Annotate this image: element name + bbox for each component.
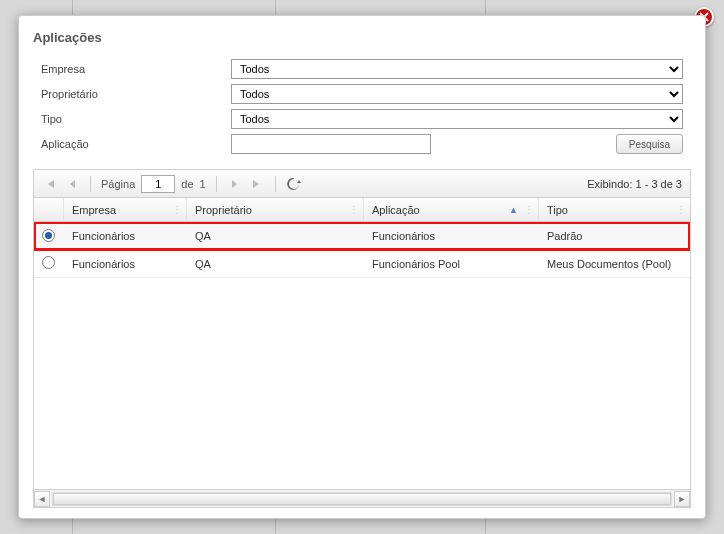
total-pages: 1	[200, 178, 206, 190]
row-radio[interactable]	[34, 256, 64, 271]
header-select	[34, 198, 64, 221]
scroll-track[interactable]	[52, 492, 672, 506]
empresa-label: Empresa	[41, 63, 231, 75]
cell-aplicacao: Funcionários	[364, 230, 539, 242]
tipo-select[interactable]: Todos	[231, 109, 683, 129]
proprietario-select[interactable]: Todos	[231, 84, 683, 104]
cell-proprietario: QA	[187, 230, 364, 242]
proprietario-label: Proprietário	[41, 88, 231, 100]
tipo-label: Tipo	[41, 113, 231, 125]
page-label: Página	[101, 178, 135, 190]
empresa-select[interactable]: Todos	[231, 59, 683, 79]
sort-grip-icon: ⋮	[676, 204, 686, 215]
cell-tipo: Meus Documentos (Pool)	[539, 258, 690, 270]
of-label: de	[181, 178, 193, 190]
first-page-icon[interactable]	[42, 176, 58, 192]
header-empresa[interactable]: Empresa⋮	[64, 198, 187, 221]
sort-grip-icon: ⋮	[349, 204, 359, 215]
column-headers: Empresa⋮ Proprietário⋮ Aplicação▲⋮ Tipo⋮	[34, 198, 690, 222]
aplicacao-label: Aplicação	[41, 138, 231, 150]
last-page-icon[interactable]	[249, 176, 265, 192]
sort-asc-icon: ▲	[509, 205, 518, 215]
cell-aplicacao: Funcionários Pool	[364, 258, 539, 270]
cell-proprietario: QA	[187, 258, 364, 270]
row-radio[interactable]	[34, 229, 64, 242]
applications-dialog: Aplicações Empresa Todos Proprietário To…	[18, 15, 706, 519]
refresh-icon[interactable]	[286, 176, 302, 192]
next-page-icon[interactable]	[227, 176, 243, 192]
header-aplicacao[interactable]: Aplicação▲⋮	[364, 198, 539, 221]
grid-toolbar: Página de 1 Exibindo: 1 - 3 de 3	[34, 170, 690, 198]
table-row[interactable]: FuncionáriosQAFuncionários PoolMeus Docu…	[34, 250, 690, 278]
header-proprietario[interactable]: Proprietário⋮	[187, 198, 364, 221]
horizontal-scrollbar[interactable]: ◄ ►	[34, 489, 690, 507]
dialog-title: Aplicações	[33, 30, 691, 45]
sort-grip-icon: ⋮	[524, 204, 534, 215]
grid-rows: FuncionáriosQAFuncionáriosPadrãoFuncioná…	[34, 222, 690, 489]
cell-tipo: Padrão	[539, 230, 690, 242]
aplicacao-input[interactable]	[231, 134, 431, 154]
filters-panel: Empresa Todos Proprietário Todos Tipo To…	[41, 59, 683, 159]
search-button[interactable]: Pesquisa	[616, 134, 683, 154]
paging-status: Exibindo: 1 - 3 de 3	[587, 178, 682, 190]
table-row[interactable]: FuncionáriosQAFuncionáriosPadrão	[34, 222, 690, 250]
scroll-thumb[interactable]	[53, 493, 671, 505]
page-input[interactable]	[141, 175, 175, 193]
cell-empresa: Funcionários	[64, 258, 187, 270]
cell-empresa: Funcionários	[64, 230, 187, 242]
scroll-right-icon[interactable]: ►	[674, 491, 690, 507]
header-tipo[interactable]: Tipo⋮	[539, 198, 690, 221]
scroll-left-icon[interactable]: ◄	[34, 491, 50, 507]
prev-page-icon[interactable]	[64, 176, 80, 192]
results-grid: Página de 1 Exibindo: 1 - 3 de 3 Empresa…	[33, 169, 691, 508]
sort-grip-icon: ⋮	[172, 204, 182, 215]
